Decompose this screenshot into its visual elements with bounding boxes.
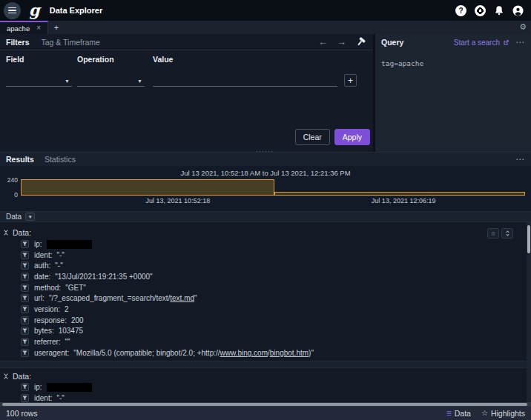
- query-menu-icon[interactable]: ⋯: [515, 39, 525, 45]
- tab-results[interactable]: Results: [6, 155, 34, 164]
- filter-icon[interactable]: [21, 305, 29, 313]
- field-row: auth: "-": [21, 260, 531, 271]
- y-axis-ticks: 240 0: [1, 176, 18, 199]
- horizontal-scrollbar-thumb[interactable]: [2, 403, 527, 406]
- query-title: Query: [381, 38, 403, 47]
- tab-statistics[interactable]: Statistics: [44, 155, 76, 164]
- external-link-icon[interactable]: [503, 39, 509, 46]
- highlights-toggle[interactable]: ☆ Highlights: [481, 409, 525, 418]
- filter-column-headers: Field Operation Value: [0, 50, 373, 64]
- expand-entry-button[interactable]: [501, 228, 513, 239]
- field-key: useragent:: [34, 349, 69, 357]
- data-view-dropdown[interactable]: ▼: [25, 213, 35, 221]
- value-link[interactable]: www.bing.com: [220, 349, 268, 357]
- graylog-logo-icon[interactable]: g: [29, 3, 40, 18]
- help-icon[interactable]: ?: [455, 5, 466, 16]
- filters-header: Filters Tag & Timeframe ← →: [0, 34, 373, 50]
- filter-icon[interactable]: [21, 327, 29, 335]
- settings-gear-icon[interactable]: ⚙: [519, 22, 527, 32]
- field-row: ip:: [21, 239, 531, 250]
- new-tab-button[interactable]: +: [48, 21, 65, 34]
- brush-selection[interactable]: [21, 179, 274, 196]
- field-key: ident:: [34, 394, 52, 402]
- collapse-entry-icon[interactable]: [4, 373, 7, 380]
- filter-icon[interactable]: [21, 261, 29, 270]
- vertical-scrollbar[interactable]: [527, 222, 531, 402]
- tab-label: apache: [7, 24, 30, 33]
- field-select[interactable]: ▼: [6, 74, 72, 87]
- field-row: url: "/?_escaped_fragment_=search/text/t…: [21, 293, 531, 304]
- value-input[interactable]: [153, 74, 337, 87]
- field-value: "-": [56, 394, 64, 402]
- chevron-down-icon: ▼: [65, 79, 70, 84]
- filter-icon[interactable]: [21, 251, 29, 259]
- field-row: version: 2: [21, 304, 531, 315]
- topbar: g Data Explorer ?: [0, 0, 531, 21]
- entry-rows: ip: ident: "-": [0, 382, 531, 402]
- tab-filters[interactable]: Filters: [6, 38, 30, 47]
- list-icon: ≡: [446, 410, 452, 417]
- vertical-scrollbar-thumb[interactable]: [527, 225, 530, 253]
- operation-select[interactable]: ▼: [77, 74, 145, 87]
- value-column-label: Value: [153, 55, 357, 64]
- favorite-entry-button[interactable]: ☆: [487, 228, 499, 239]
- build-hammer-icon[interactable]: [356, 37, 366, 47]
- field-row: bytes: 103475: [21, 326, 531, 337]
- value-link[interactable]: text.md: [170, 294, 194, 302]
- field-row: useragent: "Mozilla/5.0 (compatible; bin…: [21, 347, 531, 359]
- field-key: ip:: [34, 383, 42, 391]
- close-tab-icon[interactable]: ×: [36, 24, 41, 32]
- field-row: ip:: [21, 382, 531, 393]
- field-key: response:: [34, 316, 67, 324]
- field-value: [47, 239, 92, 248]
- field-row: ident: "-": [21, 250, 531, 261]
- menu-button[interactable]: [4, 2, 21, 19]
- field-row: method: "GET": [21, 282, 531, 293]
- app-root: g Data Explorer ? apache × + ⚙ Filters T…: [0, 0, 531, 420]
- field-row: referrer: "": [21, 336, 531, 347]
- filter-icon[interactable]: [21, 349, 29, 357]
- entry-rows: ip: ident: "-" auth: "-" date: "13/Jul/2…: [0, 239, 531, 359]
- value-text: 200: [71, 316, 84, 324]
- filter-icon[interactable]: [21, 394, 29, 402]
- field-key: url:: [34, 294, 44, 302]
- filter-icon[interactable]: [21, 273, 29, 281]
- tab-apache[interactable]: apache ×: [0, 21, 48, 34]
- add-filter-button[interactable]: +: [344, 74, 357, 87]
- value-text: "GET": [65, 284, 86, 292]
- filter-icon[interactable]: [21, 294, 29, 302]
- clear-button[interactable]: Clear: [295, 129, 330, 145]
- filter-icon[interactable]: [21, 338, 29, 346]
- entry-label: Data:: [13, 372, 31, 381]
- value-text: "-": [56, 394, 64, 402]
- value-text: "Mozilla/5.0 (compatible; bingbot/2.0; +…: [73, 349, 220, 357]
- undo-arrow-icon[interactable]: ←: [318, 37, 328, 47]
- field-value: [47, 383, 92, 392]
- collapse-entry-icon[interactable]: [4, 229, 7, 236]
- value-text: 2: [65, 305, 69, 313]
- notifications-bell-icon[interactable]: [494, 5, 504, 16]
- filter-icon[interactable]: [21, 316, 29, 324]
- series-line: [274, 192, 525, 196]
- field-key: ident:: [34, 251, 52, 259]
- redo-arrow-icon[interactable]: →: [337, 37, 346, 47]
- horizontal-scrollbar[interactable]: [0, 402, 531, 406]
- chevron-down-icon: ▼: [137, 79, 142, 84]
- value-text: "-": [56, 251, 64, 259]
- start-a-search-link[interactable]: Start a search: [454, 39, 500, 47]
- query-text[interactable]: tag=apache: [375, 50, 531, 76]
- support-icon[interactable]: [475, 5, 486, 16]
- field-value: "Mozilla/5.0 (compatible; bingbot/2.0; +…: [73, 349, 314, 357]
- tab-tag-timeframe[interactable]: Tag & Timeframe: [42, 38, 100, 47]
- user-avatar-icon[interactable]: [512, 5, 524, 16]
- apply-button[interactable]: Apply: [334, 129, 370, 145]
- filter-icon[interactable]: [21, 240, 29, 248]
- filter-icon[interactable]: [21, 284, 29, 292]
- data-view-toggle[interactable]: ≡ Data: [446, 409, 471, 418]
- value-link[interactable]: bingbot.htm: [270, 349, 309, 357]
- filter-icon[interactable]: [21, 383, 29, 391]
- results-menu-icon[interactable]: ⋯: [515, 156, 525, 162]
- field-key: referrer:: [34, 338, 61, 346]
- x-tick-left: Jul 13, 2021 10:52:18: [146, 197, 211, 204]
- panel-resize-handle[interactable]: ······: [256, 147, 274, 155]
